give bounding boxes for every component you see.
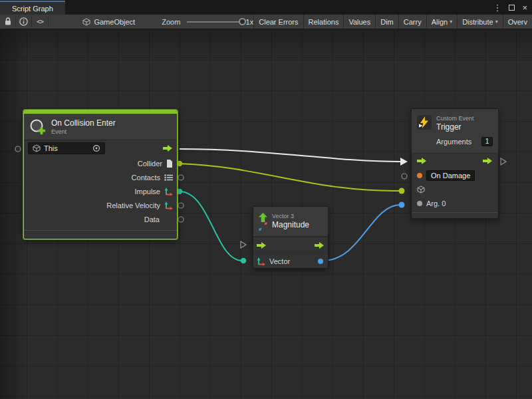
cube-icon: [33, 144, 41, 152]
vector3-icon: [164, 201, 173, 209]
collision-event-icon: [29, 118, 47, 136]
gameobject-label: GameObject: [94, 18, 135, 26]
port-event-name-input[interactable]: [402, 174, 407, 179]
graph-toolbar: <> GameObject Zoom 1x Clear Errors Relat…: [0, 15, 532, 29]
port-relative-velocity-output[interactable]: [178, 203, 184, 208]
row-collider: Collider: [24, 156, 177, 170]
port-vector-input[interactable]: [241, 258, 246, 263]
contacts-label: Contacts: [132, 174, 160, 182]
row-relative-velocity: Relative Velocity: [24, 198, 177, 212]
tab-bar: Script Graph ⋮ ×: [0, 0, 532, 15]
contacts-list-icon: [164, 174, 173, 181]
values-button[interactable]: Values: [343, 15, 375, 29]
dim-button[interactable]: Dim: [375, 15, 398, 29]
row-impulse: Impulse: [24, 184, 177, 198]
gameobject-selector[interactable]: GameObject: [82, 18, 135, 26]
vector3-icon: [257, 257, 265, 265]
row-flow: [253, 237, 328, 253]
this-object-field[interactable]: This: [28, 142, 105, 154]
toolbar-separator: [48, 17, 49, 27]
more-menu-icon[interactable]: ⋮: [493, 3, 501, 12]
arg0-port[interactable]: [417, 201, 422, 206]
object-picker-icon[interactable]: [92, 144, 100, 152]
unity-graph-window: Script Graph ⋮ × <> GameObject Zoom 1x: [0, 0, 532, 399]
node-title: Trigger: [436, 122, 474, 132]
event-name-field[interactable]: On Damage: [426, 170, 475, 181]
node-subtitle: Event: [51, 128, 116, 136]
port-arg0-input[interactable]: [399, 202, 405, 208]
up-arrow-icon: [258, 213, 268, 222]
maximize-icon[interactable]: [509, 3, 515, 12]
arguments-count-field[interactable]: 1: [481, 137, 493, 146]
wire-flow-trigger[interactable]: [180, 149, 400, 162]
port-contacts-output[interactable]: [178, 175, 184, 180]
zoom-slider-handle[interactable]: [239, 18, 246, 25]
data-label: Data: [144, 215, 160, 223]
wire-collider-to-target[interactable]: [180, 164, 400, 191]
event-name-port[interactable]: [417, 173, 422, 178]
code-view-icon[interactable]: <>: [32, 15, 47, 29]
info-icon[interactable]: [16, 15, 31, 29]
tab-label: Script Graph: [12, 5, 53, 13]
custom-event-icon: [417, 115, 432, 130]
node-header[interactable]: Vector 3 Magnitude: [253, 207, 328, 237]
distribute-dropdown[interactable]: Distribute▾: [457, 15, 502, 29]
node-trigger-custom-event[interactable]: Custom Event Trigger Arguments 1 On Dama…: [411, 108, 499, 219]
collider-label: Collider: [138, 160, 162, 168]
arguments-row: Arguments 1: [436, 136, 493, 147]
relations-button[interactable]: Relations: [303, 15, 344, 29]
tab-script-graph[interactable]: Script Graph: [0, 1, 65, 15]
flow-out-arrow-icon[interactable]: [483, 158, 493, 164]
node-title: On Collision Enter: [51, 118, 116, 128]
window-controls: ⋮ ×: [493, 0, 527, 15]
flow-in-arrow-icon[interactable]: [257, 242, 267, 249]
node-header[interactable]: On Collision Enter Event: [24, 114, 177, 140]
node-vector3-magnitude[interactable]: Vector 3 Magnitude Vector: [253, 206, 329, 269]
impulse-label: Impulse: [134, 188, 160, 196]
vector-port-label: Vector: [269, 257, 290, 265]
zoom-label: Zoom: [162, 18, 180, 26]
flow-out-arrow-icon[interactable]: [315, 242, 325, 249]
node-footer: [24, 230, 177, 239]
graph-canvas[interactable]: On Collision Enter Event This Collider C…: [0, 29, 532, 399]
node-header[interactable]: Custom Event Trigger Arguments 1: [412, 109, 498, 154]
node-on-collision-enter[interactable]: On Collision Enter Event This Collider C…: [23, 110, 178, 239]
port-data-output[interactable]: [178, 217, 184, 222]
wire-magnitude-to-arg0[interactable]: [323, 205, 400, 261]
zoom-slider[interactable]: [187, 21, 241, 23]
magnitude-output-port[interactable]: [318, 259, 323, 264]
row-target: [412, 183, 498, 197]
arg0-label: Arg. 0: [426, 200, 446, 207]
row-flow: [412, 154, 498, 168]
overview-button[interactable]: Overv: [503, 15, 532, 29]
carry-button[interactable]: Carry: [398, 15, 426, 29]
wire-flow-arrowhead: [400, 158, 408, 166]
clear-errors-button[interactable]: Clear Errors: [253, 15, 303, 29]
node-category: Vector 3: [272, 213, 309, 220]
vector3-icon: [164, 188, 173, 196]
node-footer: [412, 212, 498, 218]
row-contacts: Contacts: [24, 170, 177, 184]
lock-icon[interactable]: [0, 15, 15, 29]
this-label: This: [44, 144, 89, 152]
relative-velocity-label: Relative Velocity: [106, 201, 160, 209]
port-trigger-flow-output[interactable]: [501, 158, 506, 165]
flow-in-arrow-icon[interactable]: [417, 158, 427, 164]
cube-icon: [82, 18, 90, 26]
port-event-target-input[interactable]: [399, 188, 405, 194]
row-data: Data: [24, 212, 177, 226]
node-title: Magnitude: [272, 220, 309, 230]
row-event-name: On Damage: [412, 168, 498, 183]
port-collision-target-input[interactable]: [15, 146, 21, 152]
wire-impulse-to-vector[interactable]: [180, 192, 242, 261]
flow-out-arrow-icon[interactable]: [163, 145, 173, 152]
align-dropdown[interactable]: Align▾: [426, 15, 457, 29]
port-collider-output[interactable]: [177, 161, 182, 166]
chevron-down-icon: ▾: [450, 19, 452, 25]
chevron-down-icon: ▾: [495, 19, 498, 25]
close-icon[interactable]: ×: [522, 3, 527, 12]
row-this: This: [24, 140, 177, 156]
row-arg0: Arg. 0: [412, 197, 498, 211]
port-vector-flow-input[interactable]: [241, 241, 246, 248]
port-impulse-output[interactable]: [177, 189, 182, 194]
